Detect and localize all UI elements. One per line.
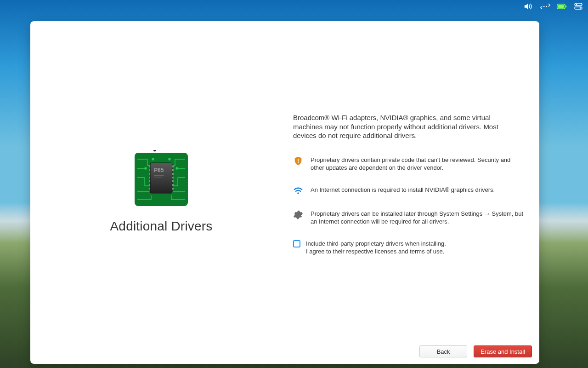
content-panel: Broadcom® Wi-Fi adapters, NVIDIA® graphi… (292, 21, 539, 364)
svg-rect-21 (149, 188, 150, 190)
svg-rect-22 (172, 166, 174, 167)
svg-rect-28 (172, 188, 174, 190)
point-install-later: Proprietary drivers can be installed lat… (293, 210, 526, 226)
svg-rect-26 (172, 180, 174, 182)
point-text: An Internet connection is required to in… (311, 186, 495, 194)
info-points: Proprietary drivers contain private code… (293, 156, 526, 226)
system-tray (524, 3, 583, 10)
chip-label-text: P85 (154, 167, 164, 173)
erase-and-install-button[interactable]: Erase and Install (474, 345, 532, 357)
footer-buttons: Back Erase and Install (419, 345, 532, 357)
battery-icon[interactable] (557, 3, 567, 10)
consent-line1: Include third-party proprietary drivers … (306, 240, 446, 247)
wifi-icon (293, 186, 303, 196)
back-button[interactable]: Back (419, 345, 467, 357)
svg-point-13 (176, 167, 178, 169)
svg-rect-27 (172, 184, 174, 186)
svg-rect-19 (149, 180, 150, 182)
shield-warning-icon (293, 156, 303, 166)
svg-point-8 (580, 7, 581, 9)
svg-rect-15 (149, 166, 150, 167)
svg-rect-17 (149, 173, 150, 175)
svg-point-34 (297, 192, 299, 194)
svg-point-33 (298, 162, 299, 163)
svg-rect-18 (149, 177, 150, 178)
point-proprietary-warning: Proprietary drivers contain private code… (293, 156, 526, 172)
svg-point-31 (153, 150, 156, 151)
page-title: Additional Drivers (110, 219, 212, 234)
consent-text: Include third-party proprietary drivers … (306, 240, 446, 256)
chip-icon: P85 (132, 150, 191, 209)
svg-point-10 (152, 158, 154, 160)
point-text: Proprietary drivers can be installed lat… (311, 210, 526, 226)
intro-text: Broadcom® Wi-Fi adapters, NVIDIA® graphi… (293, 113, 518, 140)
accessibility-icon[interactable] (573, 3, 583, 10)
include-drivers-checkbox[interactable] (293, 240, 300, 247)
svg-point-7 (576, 4, 577, 5)
svg-rect-16 (149, 169, 150, 171)
hero-panel: P85 Additional Drivers (30, 21, 292, 364)
svg-rect-23 (172, 169, 174, 171)
svg-point-1 (546, 6, 547, 7)
svg-rect-32 (298, 158, 299, 161)
point-text: Proprietary drivers contain private code… (311, 156, 526, 172)
svg-rect-3 (558, 5, 564, 8)
svg-rect-30 (154, 177, 162, 178)
consent-line2: I agree to their respective licenses and… (306, 248, 444, 255)
svg-rect-6 (575, 7, 582, 9)
svg-point-12 (169, 158, 170, 160)
volume-icon[interactable] (524, 3, 534, 10)
svg-point-0 (543, 6, 545, 7)
svg-rect-20 (149, 184, 150, 186)
point-internet-required: An Internet connection is required to in… (293, 186, 526, 196)
consent-row: Include third-party proprietary drivers … (293, 240, 526, 256)
svg-rect-25 (172, 177, 174, 178)
network-icon[interactable] (540, 3, 550, 10)
svg-rect-5 (575, 3, 582, 6)
svg-point-11 (145, 167, 147, 169)
svg-rect-24 (172, 173, 174, 175)
gear-icon (293, 210, 303, 220)
installer-card: P85 Additional Drivers Broadcom® Wi-Fi a… (30, 21, 539, 364)
svg-rect-4 (565, 5, 567, 7)
desktop-background: P85 Additional Drivers Broadcom® Wi-Fi a… (0, 0, 588, 368)
svg-rect-29 (154, 175, 164, 176)
